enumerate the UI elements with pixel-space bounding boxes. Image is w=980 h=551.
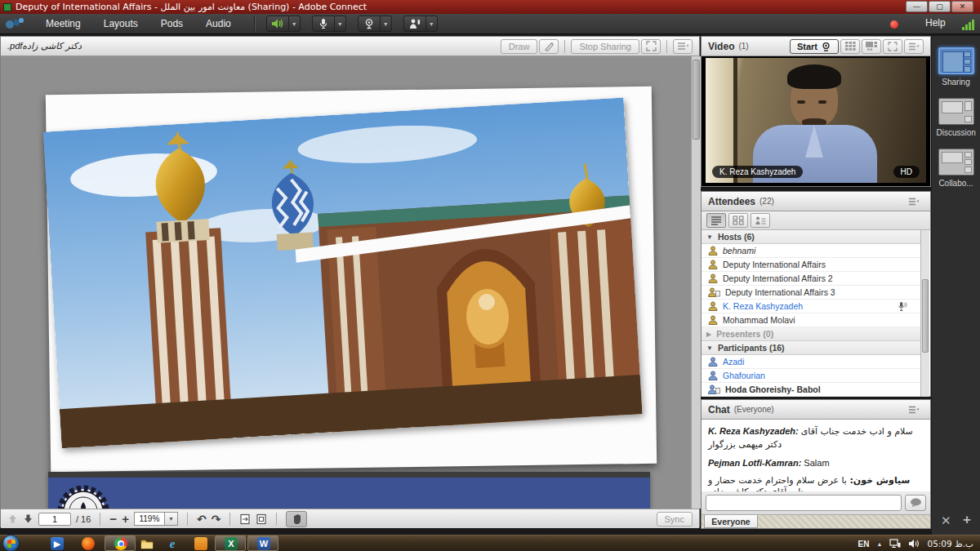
- zoom-in-button[interactable]: +: [122, 513, 129, 525]
- attendees-scrollbar-thumb[interactable]: [922, 279, 929, 353]
- layout-label: Sharing: [937, 78, 976, 87]
- raise-hand-dropdown[interactable]: ▼: [426, 16, 438, 32]
- hd-badge: HD: [893, 166, 920, 178]
- grid-view-button[interactable]: [840, 39, 860, 54]
- layout-discussion[interactable]: Discussion: [937, 98, 976, 137]
- video-fullscreen-button[interactable]: [883, 39, 902, 54]
- close-button[interactable]: ✕: [951, 1, 973, 12]
- menu-audio[interactable]: Audio: [194, 14, 243, 34]
- zoom-out-button[interactable]: −: [109, 513, 117, 525]
- chat-message: Pejman Lotfi-Kamran: Salam: [708, 457, 924, 469]
- fit-width-icon[interactable]: [239, 513, 251, 525]
- fullscreen-icon: [646, 41, 657, 51]
- chat-message-list: K. Reza Kashyzadeh: سلام و ادب خدمت جناب…: [702, 420, 930, 491]
- speaker-dropdown[interactable]: ▼: [289, 16, 301, 32]
- tray-expand-icon[interactable]: ▲: [877, 541, 883, 547]
- vertical-scrollbar[interactable]: [691, 56, 701, 509]
- layout-label: Discussion: [937, 128, 976, 137]
- webcam-small-icon: [821, 42, 831, 51]
- layout-collaboration[interactable]: Collabo...: [937, 149, 976, 188]
- draw-button[interactable]: Draw: [501, 39, 538, 54]
- webcam-dropdown[interactable]: ▼: [381, 16, 392, 32]
- menu-pods[interactable]: Pods: [149, 14, 194, 34]
- attendee-row[interactable]: Azadi: [702, 355, 922, 369]
- taskbar-office-icon[interactable]: [194, 537, 207, 550]
- next-page-icon[interactable]: [23, 513, 33, 524]
- pod-options-icon: [908, 42, 920, 51]
- attendee-row[interactable]: Hoda Ghoreishy- Babol: [702, 383, 922, 397]
- start-webcam-button[interactable]: Start: [790, 39, 839, 54]
- attendee-row[interactable]: Deputy International Affairs 3: [702, 286, 922, 300]
- layout-sharing[interactable]: Sharing: [937, 47, 976, 87]
- vertical-scrollbar-thumb[interactable]: [693, 60, 700, 140]
- system-tray: EN ▲ 05:09 ب.ظ: [858, 535, 973, 551]
- microphone-dropdown[interactable]: ▼: [335, 16, 346, 32]
- attendee-row[interactable]: Ghafourian: [702, 369, 922, 383]
- rotate-right-icon[interactable]: ↷: [212, 513, 221, 525]
- add-pod-icon[interactable]: +: [963, 512, 971, 528]
- attendee-status-view-button[interactable]: [751, 213, 770, 228]
- clock[interactable]: 05:09 ب.ظ: [927, 539, 973, 549]
- sync-button[interactable]: Sync: [657, 512, 693, 527]
- minimize-button[interactable]: —: [906, 1, 928, 12]
- volume-icon[interactable]: [908, 539, 920, 549]
- document-viewport[interactable]: Russia: [1, 56, 699, 509]
- send-message-button[interactable]: [905, 495, 926, 511]
- zoom-dropdown-icon[interactable]: ▼: [165, 512, 178, 526]
- attendees-scrollbar[interactable]: [920, 230, 929, 397]
- raise-hand-button[interactable]: [403, 16, 426, 32]
- attendee-row[interactable]: Deputy International Affairs 2: [702, 272, 922, 286]
- start-button[interactable]: [2, 535, 20, 551]
- taskbar-firefox-icon[interactable]: [82, 537, 95, 550]
- language-indicator[interactable]: EN: [858, 540, 870, 549]
- attendees-pod-options-button[interactable]: [904, 194, 924, 209]
- network-icon[interactable]: [889, 539, 901, 549]
- speaker-button[interactable]: [266, 16, 289, 32]
- fit-page-icon[interactable]: [256, 513, 267, 525]
- group-header-hosts[interactable]: ▼ Hosts (6): [702, 230, 922, 244]
- attendee-name: Hoda Ghoreishy- Babol: [725, 384, 821, 394]
- pointer-tool-button[interactable]: [539, 39, 559, 54]
- window-light: [706, 58, 733, 183]
- help-menu[interactable]: Help: [925, 17, 946, 29]
- chat-pod-options-button[interactable]: [904, 402, 924, 417]
- chat-input[interactable]: [706, 495, 902, 511]
- group-header-participants[interactable]: ▼ Participants (16): [702, 341, 922, 355]
- hand-pan-tool-button[interactable]: [286, 511, 307, 527]
- window-title: Deputy of International Affairs - معاونت…: [16, 2, 367, 12]
- menu-meeting[interactable]: Meeting: [34, 14, 92, 34]
- taskbar-word-button[interactable]: W: [247, 535, 278, 551]
- zoom-level-select[interactable]: 119% ▼: [134, 512, 178, 526]
- fullscreen-button[interactable]: [641, 39, 661, 54]
- taskbar-chrome-button[interactable]: [105, 535, 136, 551]
- taskbar-excel-button[interactable]: X: [215, 535, 246, 551]
- taskbar-media-player-icon[interactable]: ▶: [51, 537, 64, 550]
- attendee-row[interactable]: behnami: [702, 244, 922, 258]
- connection-signal-icon[interactable]: [962, 20, 974, 30]
- menu-layouts[interactable]: Layouts: [92, 14, 149, 34]
- previous-page-icon[interactable]: [7, 513, 18, 524]
- stop-sharing-button[interactable]: Stop Sharing: [571, 39, 639, 54]
- video-pod-options-button[interactable]: [904, 39, 924, 54]
- shared-document-title: .pdfدکتر کاشی زاده: [7, 41, 82, 51]
- group-header-presenters[interactable]: ▶ Presenters (0): [702, 327, 922, 341]
- filmstrip-view-button[interactable]: [862, 39, 881, 54]
- maximize-button[interactable]: ▢: [929, 1, 951, 12]
- share-pod-options-button[interactable]: [673, 39, 693, 54]
- tab-everyone[interactable]: Everyone: [704, 515, 758, 528]
- webcam-button[interactable]: [358, 16, 381, 32]
- taskbar-explorer-icon[interactable]: [140, 537, 154, 550]
- attendee-row[interactable]: Mohammad Molavi: [702, 313, 922, 327]
- attendee-name: K. Reza Kashyzadeh: [723, 301, 803, 311]
- attendee-list-view-button[interactable]: [706, 213, 726, 228]
- taskbar-internet-explorer-icon[interactable]: e: [166, 537, 179, 550]
- rotate-left-icon[interactable]: ↶: [197, 513, 207, 525]
- slide-page-2: [48, 472, 650, 509]
- close-pod-icon[interactable]: ✕: [941, 513, 951, 528]
- layout-collaboration-thumbnail: [938, 149, 974, 176]
- breakout-view-button[interactable]: [728, 213, 748, 228]
- attendee-row[interactable]: Deputy International Affairs: [702, 258, 922, 272]
- microphone-button[interactable]: [312, 16, 335, 32]
- page-number-input[interactable]: [38, 513, 71, 526]
- attendee-row[interactable]: K. Reza Kashyzadeh: [702, 300, 922, 313]
